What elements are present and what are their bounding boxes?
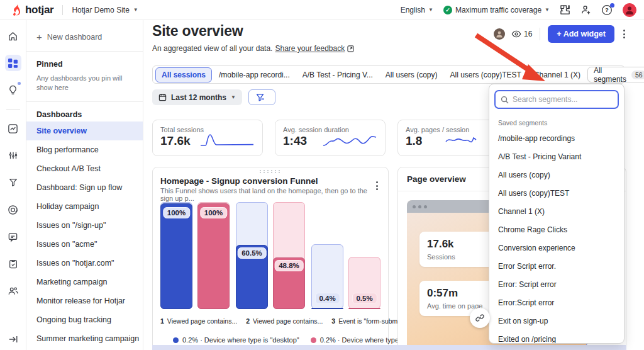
funnel-legend: 0.2% · Device where type is "desktop"0.2…	[173, 336, 433, 344]
funnel-bar[interactable]: 60.5%	[236, 202, 268, 309]
date-range-label: Last 12 months	[171, 93, 226, 102]
segment-tab[interactable]: A/B Test - Pricing V...	[297, 68, 379, 82]
segment-option[interactable]: Error: Script error	[489, 275, 624, 293]
drag-handle-icon[interactable]	[260, 170, 281, 173]
viewers-count: 16	[524, 30, 532, 38]
integrations-puzzle-icon[interactable]	[560, 4, 570, 15]
notification-dot	[610, 3, 614, 8]
all-segments-label: All segments	[594, 66, 626, 84]
heatmaps-icon[interactable]	[5, 201, 21, 218]
segment-option[interactable]: Error:Script error	[489, 293, 624, 312]
icon-rail	[0, 20, 26, 350]
trends-icon[interactable]	[5, 120, 21, 137]
segment-option[interactable]: Conversion experience	[489, 239, 624, 257]
sparkline	[198, 132, 256, 149]
segment-option[interactable]: /mobile-app recordings	[489, 129, 624, 147]
chevron-down-icon: ▼	[428, 7, 433, 13]
saved-segments-group-label: Saved segments	[489, 113, 624, 129]
rail-divider	[6, 109, 20, 110]
sidebar-dashboard-item[interactable]: Checkout A/B Test	[26, 159, 143, 178]
site-selector[interactable]: Hotjar Demo Site ▼	[72, 6, 138, 14]
segment-tab[interactable]: Channel 1 (X)	[528, 68, 586, 82]
dashboards-icon[interactable]	[5, 55, 21, 71]
sidebar-dashboard-item[interactable]: Issues on "acme"	[26, 235, 143, 254]
dashboard-menu-icon[interactable]	[621, 27, 628, 41]
segment-option[interactable]: Exit on sign-up	[489, 312, 624, 330]
main-content: Site overview An aggregated view of all …	[143, 20, 644, 350]
home-icon[interactable]	[5, 28, 21, 44]
segment-option[interactable]: Exited on /pricing	[489, 330, 624, 344]
feedback-icon[interactable]	[5, 229, 21, 245]
segment-tab[interactable]: All users (copy)TEST	[445, 68, 527, 82]
chevron-down-icon: ▼	[545, 7, 550, 13]
segment-option[interactable]: Error Script error.	[489, 257, 624, 275]
new-dashboard-button[interactable]: + New dashboard	[26, 26, 143, 51]
segment-option[interactable]: Chrome Rage Clicks	[489, 220, 624, 239]
segment-tab[interactable]: /mobile-app recordi...	[213, 68, 296, 82]
logo-wordmark: hotjar	[25, 4, 53, 16]
funnel-bar[interactable]: 0.4%	[311, 244, 343, 309]
collapse-sidebar-icon[interactable]	[8, 335, 18, 344]
funnel-bar[interactable]: 0.5%	[348, 257, 380, 309]
feedback-link[interactable]: Share your feedback	[275, 44, 345, 53]
sidebar-dashboard-item[interactable]: Blog performance	[26, 140, 143, 159]
segment-option[interactable]: All users (copy)TEST	[489, 184, 624, 202]
sidebar-dashboard-item[interactable]: Issues on "/sign-up"	[26, 216, 143, 235]
sidebar-dashboard-item[interactable]: Summer marketing campaign	[26, 329, 143, 348]
sidebar-dashboard-item[interactable]: Issues on "hotjar.com"	[26, 254, 143, 273]
funnel-bar[interactable]: 100%	[197, 202, 230, 309]
sidebar-dashboard-item[interactable]: Dashboard: Sign up flow	[26, 178, 143, 197]
widget-menu-icon[interactable]	[374, 179, 380, 193]
sidebar-dashboard-item[interactable]: Holiday campaign	[26, 197, 143, 216]
segments-bar: All sessions/mobile-app recordi...A/B Te…	[152, 65, 625, 84]
sidebar-dashboard-item[interactable]: Site overview	[26, 121, 143, 140]
calendar-icon	[158, 93, 167, 101]
chevron-down-icon: ▼	[133, 7, 138, 13]
help-icon[interactable]: ?	[601, 4, 613, 16]
funnel-bar[interactable]: 100%	[160, 202, 192, 309]
viewer-avatar	[494, 28, 505, 40]
filter-funnel-icon	[256, 93, 264, 101]
segments-search-input[interactable]	[513, 95, 613, 104]
funnel-value-label: 0.5%	[352, 293, 377, 304]
segment-tab[interactable]: All sessions	[155, 67, 212, 82]
pinned-hint: Any dashboards you pin will show here	[26, 71, 143, 101]
funnel-value-label: 48.8%	[274, 260, 304, 271]
plus-icon: +	[36, 31, 42, 42]
page-title: Site overview	[152, 23, 243, 40]
legend-item: 0.2% · Device where type is "desktop"	[173, 336, 299, 344]
add-filter-button[interactable]	[248, 89, 275, 105]
funnels-icon[interactable]	[5, 174, 21, 191]
header-divider	[540, 28, 540, 40]
language-selector[interactable]: English ▼	[401, 6, 433, 14]
funnel-step-group: 100%100%	[160, 202, 230, 309]
add-widget-button[interactable]: + Add widget	[548, 25, 614, 43]
sidebar-dashboard-item[interactable]: Marketing campaign	[26, 273, 143, 291]
segments-dropdown-panel: Saved segments /mobile-app recordingsA/B…	[489, 84, 625, 344]
interviews-users-icon[interactable]	[5, 283, 21, 299]
search-icon	[501, 96, 509, 104]
segment-option[interactable]: All users (copy)	[489, 166, 624, 184]
segment-option[interactable]: A/B Test - Pricing Variant	[489, 147, 624, 166]
sidebar-dashboard-item[interactable]: Monitor release for Hotjar	[26, 291, 143, 310]
segment-option[interactable]: Channel 1 (X)	[489, 202, 624, 220]
segments-list: /mobile-app recordingsA/B Test - Pricing…	[489, 129, 624, 344]
sidebar-dashboard-item[interactable]: Ongoing bug tracking	[26, 310, 143, 329]
date-range-selector[interactable]: Last 12 months ▼	[152, 89, 242, 105]
traffic-coverage-selector[interactable]: ✓ Maximum traffic coverage ▼	[443, 6, 550, 14]
funnel-step-label: 1Viewed page contains...	[160, 317, 237, 325]
all-segments-dropdown-button[interactable]: All segments 56 ▼	[587, 67, 644, 82]
dashboards-sidebar: + New dashboard Pinned Any dashboards yo…	[26, 20, 143, 350]
funnel-step-label: 2Viewed page contains...	[246, 317, 323, 325]
copy-link-button[interactable]	[470, 308, 490, 328]
legend-dot	[311, 337, 316, 343]
metrics-bars-icon[interactable]	[5, 147, 21, 164]
user-avatar[interactable]	[623, 3, 636, 17]
insights-bulb-icon[interactable]	[5, 82, 21, 98]
segment-tab[interactable]: All users (copy)	[380, 68, 443, 82]
funnel-value-label: 60.5%	[237, 247, 267, 259]
funnel-bar[interactable]: 48.8%	[273, 202, 305, 309]
invite-user-icon[interactable]	[580, 4, 591, 15]
traffic-coverage-label: Maximum traffic coverage	[455, 6, 541, 14]
surveys-icon[interactable]	[5, 256, 21, 272]
